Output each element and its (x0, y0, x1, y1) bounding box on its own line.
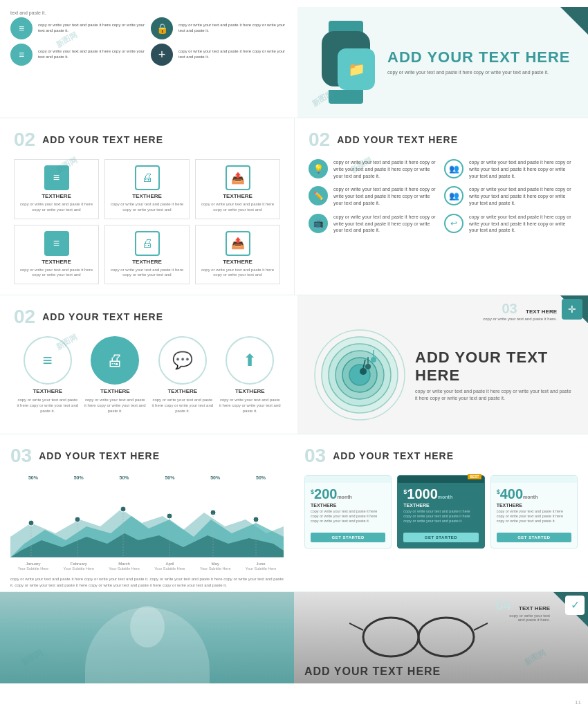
circle-desc-1: copy or write your text and paste it her… (84, 398, 146, 414)
slide1-item-2-text: copy or write your text and paste it her… (178, 23, 287, 34)
price-amount-1: $ 1000 month (403, 487, 478, 501)
icon-card-4-title: TEXTHERE (132, 259, 162, 265)
bottom-images: 新图网 ✓ 04 TEXT HERE copy or write your te… (0, 592, 588, 683)
slide3a-number: 02 (14, 306, 35, 328)
slide1-item-1-text: copy or write your text and paste it her… (38, 23, 147, 34)
slide1-item-2: 🔒 copy or write your text and paste it h… (151, 17, 287, 39)
price-btn-0[interactable]: GET STARTED (311, 533, 385, 542)
chart-sub-2: Your Subtitle Here (107, 567, 142, 571)
price-month-1: month (438, 495, 452, 499)
slide2a-section: 新图网 02 ADD YOUR TEXT HERE ≡ TEXTHERE cop… (0, 118, 294, 295)
icon-card-4: 🖨 TEXTHERE copy or write your text and p… (104, 225, 190, 285)
svg-line-31 (349, 623, 363, 630)
svg-point-8 (371, 357, 376, 362)
slide3b-text-label: TEXT HERE (526, 309, 557, 315)
icon-sq-3: ≡ (44, 231, 69, 256)
list-text-2: copy or write your text and paste it her… (333, 214, 439, 234)
price-card-0-body: $ 200 month TEXTHERE copy or write your … (305, 483, 391, 528)
watch-body: 📁 (322, 31, 370, 86)
chart-sub-0: Your Subtitle Here (16, 567, 50, 571)
slide4a-heading-text: ADD YOUR TEXT HERE (39, 450, 160, 461)
layers2-icon: ≡ (10, 44, 33, 66)
slide1-top-text: text and paste it. (10, 10, 46, 15)
slide1-grid: ≡ copy or write your text and paste it h… (10, 17, 287, 66)
plus-icon: + (151, 44, 173, 66)
svg-point-6 (365, 364, 371, 369)
icon-card-1: 🖨 TEXTHERE copy or write your text and p… (104, 159, 190, 219)
slide1-subtitle: copy or write your text and paste it her… (387, 69, 574, 76)
price-desc-0: copy or write your text and paste it her… (311, 509, 385, 524)
price-title-2: TEXTHERE (497, 503, 571, 508)
list-icon-0b: 👥 (444, 159, 463, 178)
chart-sub-1: Your Subtitle Here (62, 567, 96, 571)
glasses-svg (349, 606, 488, 661)
circle-item-3: ⬆ TEXTHERE copy or write your text and p… (219, 336, 281, 414)
list-text-1: copy or write your text and paste it her… (333, 186, 439, 206)
icon-sq-1: 🖨 (135, 165, 160, 190)
slide4a-section: 新图网 03 ADD YOUR TEXT HERE 50% 50% 50% 50… (0, 434, 294, 591)
watch-screen-icon: 📁 (348, 61, 365, 77)
icon-sq-5: 📤 (226, 231, 250, 256)
slide2-row: 新图网 02 ADD YOUR TEXT HERE ≡ TEXTHERE cop… (0, 118, 588, 295)
lock-icon: 🔒 (151, 17, 173, 39)
chart-month-3: April (152, 562, 187, 566)
slide3a-section: 新图网 02 ADD YOUR TEXT HERE ≡ TEXTHERE cop… (0, 295, 297, 434)
price-btn-1[interactable]: GET STARTED (403, 533, 478, 542)
icon-card-5: 📤 TEXTHERE copy or write your text and p… (195, 225, 280, 285)
slide1-item-4: + copy or write your text and paste it h… (151, 44, 287, 66)
chart-pct-5: 50% (244, 475, 278, 480)
slide2b-number: 02 (309, 129, 330, 151)
slide2b-list: 💡 copy or write your text and paste it h… (309, 159, 574, 234)
slide5-bottom-title: ADD YOUR TEXT HERE (304, 665, 441, 678)
price-btn-2[interactable]: GET STARTED (497, 533, 571, 542)
list-item-1: ✏️ copy or write your text and paste it … (309, 186, 574, 206)
svg-point-10 (360, 368, 367, 375)
price-value-2: 400 (500, 487, 523, 501)
icon-card-5-text: copy or write your text and paste it her… (199, 268, 276, 279)
icon-card-2-title: TEXTHERE (223, 193, 252, 199)
layers-icon: ≡ (10, 17, 33, 39)
page-number: 11 (575, 699, 581, 706)
price-card-wrapper-1: BEST $ 1000 month TEXTHERE copy or write… (397, 475, 484, 548)
corner-decoration (560, 7, 588, 35)
circle-item-1: 🖨 TEXTHERE copy or write your text and p… (84, 336, 146, 414)
price-card-0-header (305, 476, 391, 483)
price-month-2: month (523, 495, 538, 499)
chart-pct-3: 50% (152, 475, 187, 480)
chart-sub-3: Your Subtitle Here (152, 567, 187, 571)
icon-card-0: ≡ TEXTHERE copy or write your text and p… (14, 159, 99, 219)
slide1-section: text and paste it. ≡ copy or write your … (0, 0, 588, 118)
slide4b-section: 03 ADD YOUR TEXT HERE $ 200 month TEXTHE… (294, 434, 588, 591)
slide3a-circles: ≡ TEXTHERE copy or write your text and p… (14, 336, 284, 414)
price-card-2-header (491, 476, 577, 483)
chart-month-4: May (198, 562, 232, 566)
circle-icon-3: ⬆ (226, 336, 274, 385)
price-title-0: TEXTHERE (311, 503, 385, 508)
slide5-title: ADD YOUR TEXT HERE (304, 665, 441, 678)
slide1-item-1: ≡ copy or write your text and paste it h… (10, 17, 147, 39)
circle-icon-1: 🖨 (91, 336, 139, 385)
icon-sq-4: 🖨 (135, 231, 160, 256)
icon-card-3-text: copy or write your text and paste it her… (18, 268, 95, 279)
chart-pct-labels: 50% 50% 50% 50% 50% 50% (10, 475, 284, 480)
slide2a-number: 02 (14, 129, 35, 151)
slide3a-heading: 02 ADD YOUR TEXT HERE (14, 306, 284, 328)
chart-sub-4: Your Subtitle Here (198, 567, 232, 571)
face-oval (130, 606, 165, 647)
circle-item-0: ≡ TEXTHERE copy or write your text and p… (17, 336, 79, 414)
price-value-1: 1000 (407, 487, 438, 501)
slide1-item-4-text: copy or write your text and paste it her… (178, 49, 287, 60)
list-icon-0: 💡 (309, 159, 328, 178)
circle-desc-0: copy or write your text and paste it her… (17, 398, 79, 414)
list-icon-1: ✏️ (309, 186, 328, 205)
slide3b-section: ✛ 03 TEXT HERE copy or write your text a… (297, 295, 588, 434)
icon-card-4-text: copy or write your text and paste it her… (109, 268, 185, 279)
price-card-1: $ 1000 month TEXTHERE copy or write your… (397, 475, 484, 548)
list-text-1b: copy or write your text and paste it her… (469, 186, 574, 206)
chart-axis-labels: January February March April May June (10, 562, 284, 566)
chart-month-1: February (62, 562, 96, 566)
mountain-chart-svg (10, 481, 284, 558)
icon-card-0-title: TEXTHERE (42, 193, 71, 199)
slide5-sub2: and paste it here. (495, 618, 550, 622)
corner-crosshair-icon: ✛ (562, 299, 582, 320)
